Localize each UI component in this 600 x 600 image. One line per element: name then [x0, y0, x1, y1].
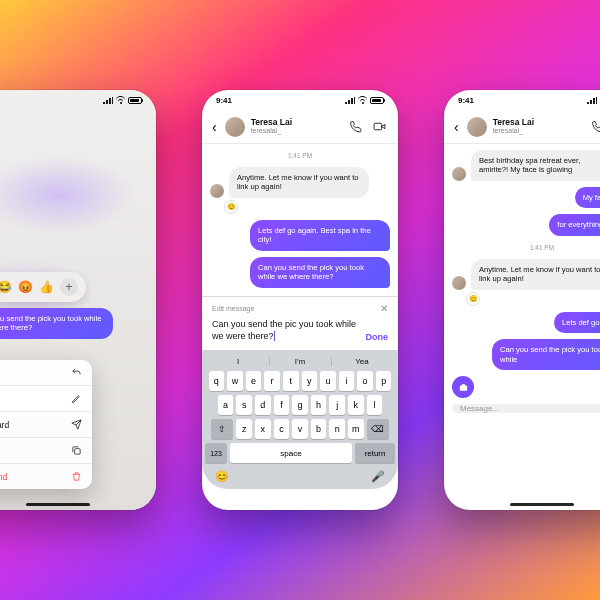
reaction-emoji[interactable]: 😂	[0, 280, 12, 294]
key-y[interactable]: y	[302, 371, 318, 391]
pencil-icon	[71, 393, 82, 404]
trash-icon	[71, 471, 82, 482]
key-b[interactable]: b	[311, 419, 327, 439]
selected-message-bubble[interactable]: Can you send the pick you took while we …	[0, 308, 113, 339]
done-button[interactable]: Done	[366, 332, 389, 342]
message-outgoing[interactable]: for everything! best!	[452, 214, 600, 235]
reaction-bar[interactable]: 😢 😂 😡 👍 +	[0, 272, 86, 302]
battery-icon	[370, 97, 384, 104]
message-outgoing[interactable]: Can you send the pick you took while we …	[210, 257, 390, 288]
video-button[interactable]	[370, 118, 388, 136]
close-icon[interactable]: ✕	[380, 303, 388, 314]
camera-button[interactable]	[452, 376, 474, 398]
key-w[interactable]: w	[227, 371, 243, 391]
avatar	[210, 184, 224, 198]
emoji-key[interactable]: 😊	[215, 470, 229, 483]
key-l[interactable]: l	[367, 395, 383, 415]
return-key[interactable]: return	[355, 443, 395, 463]
menu-item-reply[interactable]: Reply	[0, 360, 92, 386]
wifi-icon	[358, 96, 367, 105]
message-bubble: Anytime. Let me know if you want to link…	[471, 259, 600, 290]
key-z[interactable]: z	[236, 419, 252, 439]
key-r[interactable]: r	[264, 371, 280, 391]
contact-username: teresalai_	[493, 127, 582, 134]
message-incoming[interactable]: Anytime. Let me know if you want to link…	[210, 167, 390, 198]
avatar	[452, 276, 466, 290]
menu-item-copy[interactable]: Copy	[0, 438, 92, 464]
avatar[interactable]	[467, 117, 487, 137]
edit-message-input[interactable]: Can you send the pic you took while we w…	[212, 318, 358, 342]
battery-icon	[128, 97, 142, 104]
menu-item-unsend[interactable]: Unsend	[0, 464, 92, 489]
numbers-key[interactable]: 123	[205, 443, 227, 463]
back-button[interactable]: ‹	[212, 119, 219, 135]
call-button[interactable]	[588, 118, 600, 136]
key-t[interactable]: t	[283, 371, 299, 391]
svg-rect-1	[374, 123, 382, 130]
message-reaction[interactable]: 😊	[466, 292, 480, 306]
key-p[interactable]: p	[376, 371, 392, 391]
message-reaction[interactable]: 😊	[224, 200, 238, 214]
status-time: 9:41	[458, 96, 474, 105]
suggestion[interactable]: Yea	[331, 357, 393, 366]
send-icon	[71, 419, 82, 430]
key-j[interactable]: j	[329, 395, 345, 415]
phone-context-menu: 9:41 😢 😂 😡 👍 + Can you send the pick you…	[0, 90, 156, 510]
contact-username: teresalai_	[251, 127, 340, 134]
key-v[interactable]: v	[292, 419, 308, 439]
key-a[interactable]: a	[218, 395, 234, 415]
key-k[interactable]: k	[348, 395, 364, 415]
message-outgoing[interactable]: Lets def go, spa in	[452, 312, 600, 333]
home-indicator	[510, 503, 574, 506]
message-incoming[interactable]: Best birthday spa retreat ever, amirite?…	[452, 150, 600, 181]
context-menu: Reply Edit Forward Copy Unsend	[0, 360, 92, 489]
message-input[interactable]: Message...	[452, 404, 600, 413]
call-button[interactable]	[346, 118, 364, 136]
key-i[interactable]: i	[339, 371, 355, 391]
key-c[interactable]: c	[274, 419, 290, 439]
message-outgoing[interactable]: Can you send the pick you took while	[452, 339, 600, 370]
message-bubble: Lets def go, spa in	[554, 312, 600, 333]
back-button[interactable]: ‹	[454, 119, 461, 135]
reply-icon	[71, 367, 82, 378]
suggestion[interactable]: I'm	[269, 357, 331, 366]
chat-body[interactable]: 1:41 PM Anytime. Let me know if you want…	[202, 144, 398, 296]
key-n[interactable]: n	[329, 419, 345, 439]
key-h[interactable]: h	[311, 395, 327, 415]
key-f[interactable]: f	[274, 395, 290, 415]
key-m[interactable]: m	[348, 419, 364, 439]
message-outgoing[interactable]: Lets def go again. Best spa in the city!	[210, 220, 390, 251]
backspace-key[interactable]: ⌫	[367, 419, 389, 439]
dictation-key[interactable]: 🎤	[371, 470, 385, 483]
contact-name[interactable]: Teresa Lai	[251, 118, 340, 127]
key-s[interactable]: s	[236, 395, 252, 415]
key-e[interactable]: e	[246, 371, 262, 391]
space-key[interactable]: space	[230, 443, 352, 463]
key-o[interactable]: o	[357, 371, 373, 391]
chat-body[interactable]: Best birthday spa retreat ever, amirite?…	[444, 144, 600, 421]
key-q[interactable]: q	[209, 371, 225, 391]
key-x[interactable]: x	[255, 419, 271, 439]
keyboard: I I'm Yea qwertyuiop asdfghjkl ⇧ zxcvbnm…	[202, 350, 398, 489]
reaction-more-button[interactable]: +	[60, 278, 78, 296]
message-timestamp: 1:41 PM	[210, 152, 390, 159]
shift-key[interactable]: ⇧	[211, 419, 233, 439]
keyboard-suggestions: I I'm Yea	[205, 354, 395, 371]
message-bubble: Lets def go again. Best spa in the city!	[250, 220, 390, 251]
message-incoming[interactable]: Anytime. Let me know if you want to link…	[452, 259, 600, 290]
menu-item-edit[interactable]: Edit	[0, 386, 92, 412]
message-outgoing[interactable]: My face too!	[452, 187, 600, 208]
copy-icon	[71, 445, 82, 456]
suggestion[interactable]: I	[207, 357, 269, 366]
message-bubble: for everything! best!	[549, 214, 600, 235]
contact-name[interactable]: Teresa Lai	[493, 118, 582, 127]
key-u[interactable]: u	[320, 371, 336, 391]
avatar[interactable]	[225, 117, 245, 137]
menu-item-forward[interactable]: Forward	[0, 412, 92, 438]
signal-icon	[345, 97, 355, 104]
chat-header: ‹ Teresa Lai teresalai_	[202, 110, 398, 144]
key-d[interactable]: d	[255, 395, 271, 415]
reaction-emoji[interactable]: 😡	[18, 280, 33, 294]
reaction-emoji[interactable]: 👍	[39, 280, 54, 294]
key-g[interactable]: g	[292, 395, 308, 415]
